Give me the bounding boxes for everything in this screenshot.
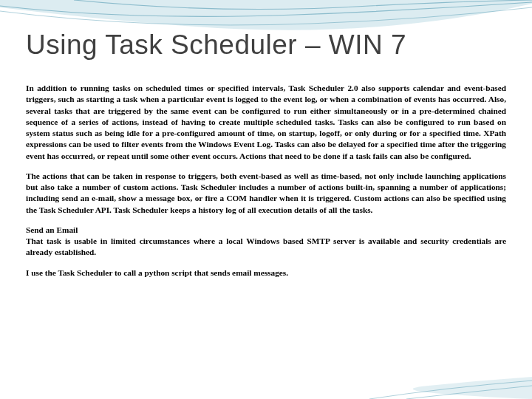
body-paragraph-4: I use the Task Scheduler to call a pytho…: [26, 267, 506, 279]
body-paragraph-1: In addition to running tasks on schedule…: [26, 83, 506, 162]
body-paragraph-2: The actions that can be taken in respons…: [26, 171, 506, 216]
decorative-swoosh-bottom: [0, 340, 532, 399]
body-paragraph-3: Send an Email That task is usable in lim…: [26, 225, 506, 259]
slide-title: Using Task Scheduler – WIN 7: [26, 30, 506, 61]
slide-content: Using Task Scheduler – WIN 7 In addition…: [0, 0, 532, 302]
